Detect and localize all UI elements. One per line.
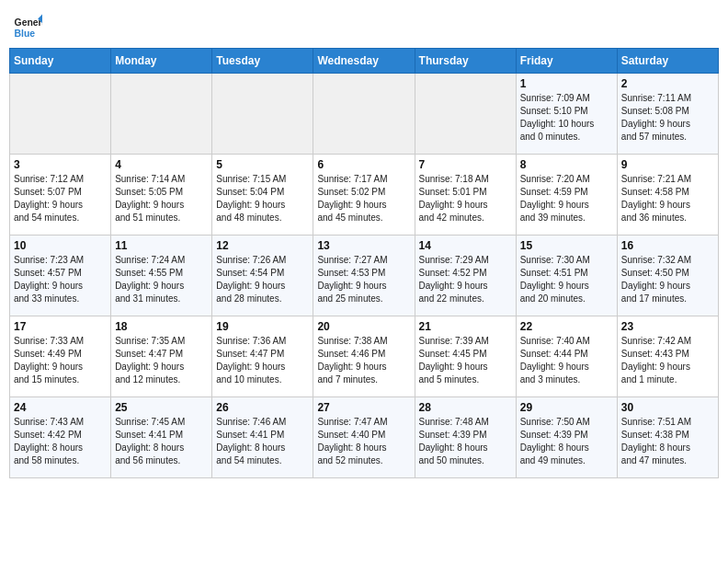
day-cell: 26Sunrise: 7:46 AM Sunset: 4:41 PM Dayli…: [212, 397, 313, 478]
day-info: Sunrise: 7:51 AM Sunset: 4:38 PM Dayligh…: [621, 416, 714, 467]
day-info: Sunrise: 7:11 AM Sunset: 5:08 PM Dayligh…: [621, 92, 714, 144]
day-cell: 19Sunrise: 7:36 AM Sunset: 4:47 PM Dayli…: [212, 316, 313, 397]
day-cell: 6Sunrise: 7:17 AM Sunset: 5:02 PM Daylig…: [313, 155, 415, 236]
day-cell: 24Sunrise: 7:43 AM Sunset: 4:42 PM Dayli…: [10, 397, 111, 478]
day-info: Sunrise: 7:45 AM Sunset: 4:41 PM Dayligh…: [115, 416, 208, 467]
day-number: 9: [621, 158, 714, 171]
day-cell: 20Sunrise: 7:38 AM Sunset: 4:46 PM Dayli…: [313, 316, 415, 397]
day-cell: 8Sunrise: 7:20 AM Sunset: 4:59 PM Daylig…: [516, 155, 617, 236]
day-number: 17: [14, 320, 107, 333]
day-number: 14: [419, 239, 512, 252]
day-cell: 17Sunrise: 7:33 AM Sunset: 4:49 PM Dayli…: [10, 316, 111, 397]
day-info: Sunrise: 7:21 AM Sunset: 4:58 PM Dayligh…: [621, 173, 714, 224]
day-number: 1: [520, 77, 613, 90]
day-cell: 14Sunrise: 7:29 AM Sunset: 4:52 PM Dayli…: [415, 236, 516, 316]
day-number: 2: [621, 77, 714, 90]
day-number: 24: [14, 401, 107, 414]
day-cell: [212, 74, 313, 155]
day-number: 8: [520, 158, 613, 171]
day-cell: 13Sunrise: 7:27 AM Sunset: 4:53 PM Dayli…: [313, 236, 415, 316]
day-info: Sunrise: 7:33 AM Sunset: 4:49 PM Dayligh…: [14, 335, 107, 386]
day-info: Sunrise: 7:20 AM Sunset: 4:59 PM Dayligh…: [520, 173, 613, 224]
day-cell: 28Sunrise: 7:48 AM Sunset: 4:39 PM Dayli…: [415, 397, 516, 478]
day-info: Sunrise: 7:48 AM Sunset: 4:39 PM Dayligh…: [419, 416, 512, 467]
day-number: 4: [115, 158, 208, 171]
day-info: Sunrise: 7:24 AM Sunset: 4:55 PM Dayligh…: [115, 254, 208, 305]
day-info: Sunrise: 7:15 AM Sunset: 5:04 PM Dayligh…: [216, 173, 309, 224]
svg-text:Blue: Blue: [15, 29, 36, 39]
day-number: 27: [317, 401, 410, 414]
day-cell: 21Sunrise: 7:39 AM Sunset: 4:45 PM Dayli…: [415, 316, 516, 397]
week-row-2: 3Sunrise: 7:12 AM Sunset: 5:07 PM Daylig…: [10, 155, 719, 236]
day-number: 21: [419, 320, 512, 333]
day-cell: 25Sunrise: 7:45 AM Sunset: 4:41 PM Dayli…: [111, 397, 212, 478]
day-info: Sunrise: 7:46 AM Sunset: 4:41 PM Dayligh…: [216, 416, 309, 467]
day-number: 10: [14, 239, 107, 252]
day-info: Sunrise: 7:38 AM Sunset: 4:46 PM Dayligh…: [317, 335, 410, 386]
day-cell: 11Sunrise: 7:24 AM Sunset: 4:55 PM Dayli…: [111, 236, 212, 316]
day-cell: 12Sunrise: 7:26 AM Sunset: 4:54 PM Dayli…: [212, 236, 313, 316]
weekday-header-thursday: Thursday: [415, 49, 516, 74]
day-cell: 15Sunrise: 7:30 AM Sunset: 4:51 PM Dayli…: [516, 236, 617, 316]
day-cell: 9Sunrise: 7:21 AM Sunset: 4:58 PM Daylig…: [617, 155, 718, 236]
day-info: Sunrise: 7:18 AM Sunset: 5:01 PM Dayligh…: [419, 173, 512, 224]
day-number: 30: [621, 401, 714, 414]
day-number: 22: [520, 320, 613, 333]
day-info: Sunrise: 7:23 AM Sunset: 4:57 PM Dayligh…: [14, 254, 107, 305]
day-info: Sunrise: 7:39 AM Sunset: 4:45 PM Dayligh…: [419, 335, 512, 386]
day-cell: 18Sunrise: 7:35 AM Sunset: 4:47 PM Dayli…: [111, 316, 212, 397]
day-number: 11: [115, 239, 208, 252]
day-info: Sunrise: 7:30 AM Sunset: 4:51 PM Dayligh…: [520, 254, 613, 305]
day-number: 19: [216, 320, 309, 333]
day-cell: [415, 74, 516, 155]
day-info: Sunrise: 7:12 AM Sunset: 5:07 PM Dayligh…: [14, 173, 107, 224]
day-cell: 29Sunrise: 7:50 AM Sunset: 4:39 PM Dayli…: [516, 397, 617, 478]
week-row-1: 1Sunrise: 7:09 AM Sunset: 5:10 PM Daylig…: [10, 74, 719, 155]
svg-text:General: General: [15, 17, 42, 28]
day-number: 12: [216, 239, 309, 252]
day-info: Sunrise: 7:29 AM Sunset: 4:52 PM Dayligh…: [419, 254, 512, 305]
weekday-header-wednesday: Wednesday: [313, 49, 415, 74]
day-cell: [10, 74, 111, 155]
day-info: Sunrise: 7:42 AM Sunset: 4:43 PM Dayligh…: [621, 335, 714, 386]
day-cell: 30Sunrise: 7:51 AM Sunset: 4:38 PM Dayli…: [617, 397, 718, 478]
day-number: 23: [621, 320, 714, 333]
day-info: Sunrise: 7:43 AM Sunset: 4:42 PM Dayligh…: [14, 416, 107, 467]
day-cell: 5Sunrise: 7:15 AM Sunset: 5:04 PM Daylig…: [212, 155, 313, 236]
day-number: 3: [14, 158, 107, 171]
weekday-header-tuesday: Tuesday: [212, 49, 313, 74]
day-info: Sunrise: 7:36 AM Sunset: 4:47 PM Dayligh…: [216, 335, 309, 386]
day-number: 26: [216, 401, 309, 414]
logo-icon: General Blue: [13, 13, 42, 42]
weekday-header-monday: Monday: [111, 49, 212, 74]
day-number: 16: [621, 239, 714, 252]
weekday-header-row: SundayMondayTuesdayWednesdayThursdayFrid…: [10, 49, 719, 74]
logo: General Blue: [13, 13, 44, 42]
day-info: Sunrise: 7:27 AM Sunset: 4:53 PM Dayligh…: [317, 254, 410, 305]
day-cell: [313, 74, 415, 155]
day-number: 20: [317, 320, 410, 333]
weekday-header-saturday: Saturday: [617, 49, 718, 74]
day-info: Sunrise: 7:35 AM Sunset: 4:47 PM Dayligh…: [115, 335, 208, 386]
day-cell: 3Sunrise: 7:12 AM Sunset: 5:07 PM Daylig…: [10, 155, 111, 236]
calendar-table: SundayMondayTuesdayWednesdayThursdayFrid…: [9, 48, 719, 478]
day-cell: 16Sunrise: 7:32 AM Sunset: 4:50 PM Dayli…: [617, 236, 718, 316]
day-number: 6: [317, 158, 410, 171]
weekday-header-friday: Friday: [516, 49, 617, 74]
day-info: Sunrise: 7:17 AM Sunset: 5:02 PM Dayligh…: [317, 173, 410, 224]
day-cell: 10Sunrise: 7:23 AM Sunset: 4:57 PM Dayli…: [10, 236, 111, 316]
day-number: 5: [216, 158, 309, 171]
day-cell: 2Sunrise: 7:11 AM Sunset: 5:08 PM Daylig…: [617, 74, 718, 155]
weekday-header-sunday: Sunday: [10, 49, 111, 74]
day-cell: 4Sunrise: 7:14 AM Sunset: 5:05 PM Daylig…: [111, 155, 212, 236]
day-info: Sunrise: 7:40 AM Sunset: 4:44 PM Dayligh…: [520, 335, 613, 386]
day-info: Sunrise: 7:32 AM Sunset: 4:50 PM Dayligh…: [621, 254, 714, 305]
day-number: 25: [115, 401, 208, 414]
day-cell: 27Sunrise: 7:47 AM Sunset: 4:40 PM Dayli…: [313, 397, 415, 478]
day-cell: 23Sunrise: 7:42 AM Sunset: 4:43 PM Dayli…: [617, 316, 718, 397]
week-row-5: 24Sunrise: 7:43 AM Sunset: 4:42 PM Dayli…: [10, 397, 719, 478]
day-number: 18: [115, 320, 208, 333]
day-info: Sunrise: 7:47 AM Sunset: 4:40 PM Dayligh…: [317, 416, 410, 467]
day-number: 13: [317, 239, 410, 252]
day-info: Sunrise: 7:26 AM Sunset: 4:54 PM Dayligh…: [216, 254, 309, 305]
